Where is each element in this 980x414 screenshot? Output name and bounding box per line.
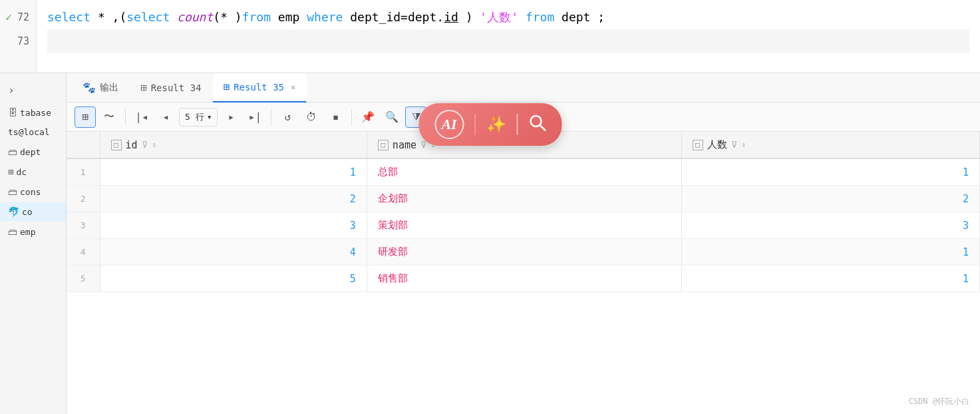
row-number-2: 2	[67, 186, 100, 212]
ai-magic-icon: ✨	[486, 115, 506, 134]
svg-line-1	[540, 125, 545, 130]
table-row: 2 2 企划部 2	[67, 186, 980, 212]
line-73: 73	[17, 29, 29, 53]
row-count-4: 1	[681, 239, 980, 266]
sidebar-item-emp[interactable]: 🗃 emp	[0, 222, 66, 241]
tab-result35[interactable]: ⊞ Result 35 ✕	[213, 73, 307, 103]
sidebar-item-emp-label: emp	[20, 227, 35, 237]
history-button[interactable]: ⏱	[301, 106, 322, 128]
emp-icon: 🗃	[8, 226, 17, 237]
table-icon-35: ⊞	[224, 81, 230, 93]
row-id-5: 5	[100, 266, 367, 292]
row-number-3: 3	[67, 212, 100, 239]
row-number-header	[67, 132, 100, 158]
row-count-1: 1	[681, 158, 980, 186]
next-page-button[interactable]: ▸	[220, 106, 242, 128]
fn-count: count	[177, 10, 213, 24]
tab-result35-close[interactable]: ✕	[291, 83, 295, 92]
ai-divider-2	[517, 114, 518, 135]
row-name-2: 企划部	[367, 186, 681, 212]
id-col-icon: □	[111, 140, 122, 150]
id-sort-icon[interactable]: ⇕	[152, 140, 157, 149]
sidebar-toggle[interactable]: ›	[0, 79, 66, 102]
name-col-icon: □	[378, 140, 389, 150]
sidebar-item-dc[interactable]: ⊞ dc	[0, 162, 66, 181]
row-name-3: 策划部	[367, 212, 681, 239]
count-filter-icon[interactable]: ⊽	[731, 140, 738, 150]
sidebar-item-dc-label: dc	[16, 167, 27, 177]
tab-output-label: 输出	[100, 82, 118, 94]
code-space: * ,(	[98, 10, 126, 24]
data-table-wrapper[interactable]: □ id ⊽ ⇕ □ name ⊽ ⇕	[67, 132, 980, 414]
kw-from2: from	[526, 10, 554, 24]
ai-icon: AI	[434, 110, 464, 139]
sidebar-item-cons-label: cons	[20, 187, 41, 197]
row-count-3: 3	[681, 212, 980, 239]
tab-result34[interactable]: ⊞ Result 34	[130, 73, 213, 103]
check-icon-72: ✓	[5, 5, 12, 29]
kw-where: where	[307, 10, 343, 24]
toolbar-sep-1	[125, 109, 126, 125]
col-id: id	[444, 10, 458, 24]
sidebar-item-cons[interactable]: 🗃 cons	[0, 182, 66, 201]
stop-button[interactable]: ▪	[325, 106, 346, 128]
sidebar-item-database[interactable]: 🗄 tabase	[0, 103, 66, 122]
line-number-72: 72	[17, 5, 29, 29]
last-page-button[interactable]: ▸|	[244, 106, 265, 128]
code-content[interactable]: select * ,(select count(* )from emp wher…	[37, 0, 980, 73]
row-id-4: 4	[100, 239, 367, 266]
col-header-id: □ id ⊽ ⇕	[100, 132, 367, 158]
col-name-label: name	[393, 139, 416, 151]
chart-view-button[interactable]: 〜	[98, 106, 120, 128]
col-count-label: 人数	[707, 138, 727, 151]
code-editor: ✓ 72 73 select * ,(select count(* )from …	[0, 0, 980, 73]
sidebar: › 🗄 tabase ts@local 🗃 dept ⊞ dc 🗃 cons 🐬…	[0, 73, 67, 414]
line-number-73: 73	[17, 29, 29, 53]
grid-view-button[interactable]: ⊞	[75, 106, 96, 128]
code-line-73	[47, 29, 969, 53]
co-icon: 🐬	[8, 206, 19, 217]
col-header-count: □ 人数 ⊽ ⇕	[681, 132, 980, 158]
str-renshi: '人数'	[480, 10, 518, 24]
search-button[interactable]: 🔍	[381, 106, 403, 128]
row-count-2: 2	[681, 186, 980, 212]
kw-from: from	[242, 10, 271, 24]
row-id-3: 3	[100, 212, 367, 239]
row-name-1: 总部	[367, 158, 681, 186]
ai-button-inner: AI ✨	[434, 110, 546, 139]
sidebar-item-database-label: tabase	[20, 108, 51, 118]
id-filter-icon[interactable]: ⊽	[142, 140, 148, 150]
row-count-5: 1	[681, 266, 980, 292]
row-count-label: 5 行	[185, 111, 204, 123]
database-icon: 🗄	[8, 107, 17, 118]
row-count-chevron: ▾	[207, 112, 212, 122]
prev-page-button[interactable]: ◂	[155, 106, 176, 128]
kw-select2: select	[126, 10, 170, 24]
refresh-button[interactable]: ↺	[277, 106, 298, 128]
table-row: 4 4 研发部 1	[67, 239, 980, 266]
sidebar-item-dept-label: dept	[20, 147, 41, 157]
line-72: ✓ 72	[5, 5, 29, 29]
data-table: □ id ⊽ ⇕ □ name ⊽ ⇕	[67, 132, 980, 292]
row-name-4: 研发部	[367, 239, 681, 266]
ai-float-button[interactable]: AI ✨	[418, 103, 562, 146]
tab-output[interactable]: 🐾 输出	[72, 73, 130, 103]
table-row: 3 3 策划部 3	[67, 212, 980, 239]
code-line-72: select * ,(select count(* )from emp wher…	[47, 5, 969, 29]
sidebar-item-co-label: co	[22, 207, 33, 217]
col-id-label: id	[126, 139, 138, 151]
sidebar-item-connection-label: ts@local	[8, 127, 50, 137]
sidebar-item-co[interactable]: 🐬 co	[0, 202, 66, 221]
row-id-1: 1	[100, 158, 367, 186]
first-page-button[interactable]: |◂	[131, 106, 152, 128]
sidebar-item-connection[interactable]: ts@local	[0, 123, 66, 141]
pin-button[interactable]: 📌	[357, 106, 379, 128]
table-icon-34: ⊞	[140, 81, 147, 94]
row-count-selector[interactable]: 5 行 ▾	[179, 108, 218, 126]
count-sort-icon[interactable]: ⇕	[742, 140, 746, 149]
sidebar-item-dept[interactable]: 🗃 dept	[0, 142, 66, 161]
row-id-2: 2	[100, 186, 367, 212]
line-numbers: ✓ 72 73	[0, 0, 37, 73]
tab-result34-label: Result 34	[151, 83, 202, 93]
table-row: 1 1 总部 1	[67, 158, 980, 186]
